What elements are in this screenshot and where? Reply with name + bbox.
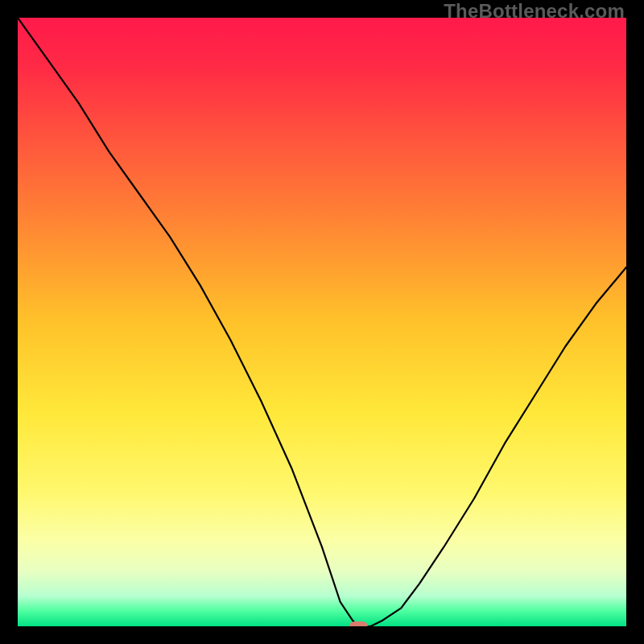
watermark-text: TheBottleneck.com [444,0,625,23]
gradient-background [18,18,626,626]
chart-frame [18,18,626,626]
bottleneck-plot [18,18,626,626]
optimal-marker [349,621,368,626]
